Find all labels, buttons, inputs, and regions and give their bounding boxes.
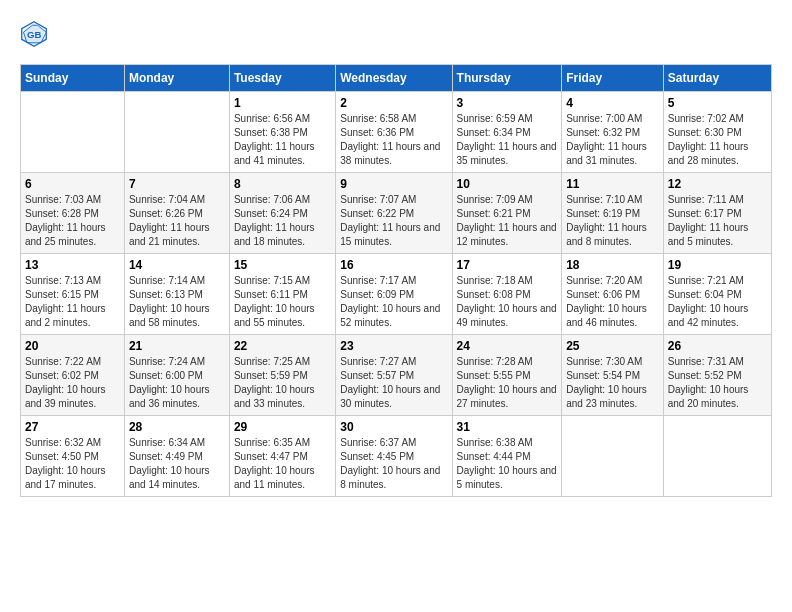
day-number: 6 [25,177,120,191]
day-cell: 28Sunrise: 6:34 AM Sunset: 4:49 PM Dayli… [124,416,229,497]
day-cell [562,416,664,497]
day-cell: 12Sunrise: 7:11 AM Sunset: 6:17 PM Dayli… [663,173,771,254]
day-cell [21,92,125,173]
day-cell: 3Sunrise: 6:59 AM Sunset: 6:34 PM Daylig… [452,92,562,173]
day-cell: 20Sunrise: 7:22 AM Sunset: 6:02 PM Dayli… [21,335,125,416]
day-number: 28 [129,420,225,434]
day-cell: 21Sunrise: 7:24 AM Sunset: 6:00 PM Dayli… [124,335,229,416]
day-cell: 4Sunrise: 7:00 AM Sunset: 6:32 PM Daylig… [562,92,664,173]
day-number: 9 [340,177,447,191]
day-info: Sunrise: 6:38 AM Sunset: 4:44 PM Dayligh… [457,436,558,492]
day-info: Sunrise: 6:32 AM Sunset: 4:50 PM Dayligh… [25,436,120,492]
day-number: 12 [668,177,767,191]
day-cell: 11Sunrise: 7:10 AM Sunset: 6:19 PM Dayli… [562,173,664,254]
day-number: 15 [234,258,331,272]
logo-icon: GB [20,20,48,48]
day-info: Sunrise: 7:09 AM Sunset: 6:21 PM Dayligh… [457,193,558,249]
day-cell [124,92,229,173]
day-info: Sunrise: 7:07 AM Sunset: 6:22 PM Dayligh… [340,193,447,249]
day-number: 5 [668,96,767,110]
day-cell: 19Sunrise: 7:21 AM Sunset: 6:04 PM Dayli… [663,254,771,335]
day-number: 30 [340,420,447,434]
day-cell: 25Sunrise: 7:30 AM Sunset: 5:54 PM Dayli… [562,335,664,416]
day-info: Sunrise: 7:28 AM Sunset: 5:55 PM Dayligh… [457,355,558,411]
day-cell: 23Sunrise: 7:27 AM Sunset: 5:57 PM Dayli… [336,335,452,416]
day-number: 27 [25,420,120,434]
day-info: Sunrise: 7:30 AM Sunset: 5:54 PM Dayligh… [566,355,659,411]
day-number: 17 [457,258,558,272]
day-cell: 18Sunrise: 7:20 AM Sunset: 6:06 PM Dayli… [562,254,664,335]
calendar-body: 1Sunrise: 6:56 AM Sunset: 6:38 PM Daylig… [21,92,772,497]
day-info: Sunrise: 6:56 AM Sunset: 6:38 PM Dayligh… [234,112,331,168]
day-number: 7 [129,177,225,191]
day-info: Sunrise: 7:22 AM Sunset: 6:02 PM Dayligh… [25,355,120,411]
day-number: 16 [340,258,447,272]
day-info: Sunrise: 7:17 AM Sunset: 6:09 PM Dayligh… [340,274,447,330]
header-friday: Friday [562,65,664,92]
week-row: 20Sunrise: 7:22 AM Sunset: 6:02 PM Dayli… [21,335,772,416]
day-number: 29 [234,420,331,434]
day-cell: 1Sunrise: 6:56 AM Sunset: 6:38 PM Daylig… [229,92,335,173]
day-info: Sunrise: 7:15 AM Sunset: 6:11 PM Dayligh… [234,274,331,330]
header-row: SundayMondayTuesdayWednesdayThursdayFrid… [21,65,772,92]
day-number: 1 [234,96,331,110]
day-cell: 8Sunrise: 7:06 AM Sunset: 6:24 PM Daylig… [229,173,335,254]
day-cell: 26Sunrise: 7:31 AM Sunset: 5:52 PM Dayli… [663,335,771,416]
day-cell: 13Sunrise: 7:13 AM Sunset: 6:15 PM Dayli… [21,254,125,335]
day-number: 3 [457,96,558,110]
day-number: 20 [25,339,120,353]
header-monday: Monday [124,65,229,92]
day-info: Sunrise: 7:27 AM Sunset: 5:57 PM Dayligh… [340,355,447,411]
day-cell: 10Sunrise: 7:09 AM Sunset: 6:21 PM Dayli… [452,173,562,254]
day-info: Sunrise: 7:25 AM Sunset: 5:59 PM Dayligh… [234,355,331,411]
day-cell: 15Sunrise: 7:15 AM Sunset: 6:11 PM Dayli… [229,254,335,335]
day-cell [663,416,771,497]
day-info: Sunrise: 7:00 AM Sunset: 6:32 PM Dayligh… [566,112,659,168]
day-info: Sunrise: 7:20 AM Sunset: 6:06 PM Dayligh… [566,274,659,330]
header-tuesday: Tuesday [229,65,335,92]
day-number: 31 [457,420,558,434]
day-info: Sunrise: 7:21 AM Sunset: 6:04 PM Dayligh… [668,274,767,330]
calendar-header: SundayMondayTuesdayWednesdayThursdayFrid… [21,65,772,92]
day-info: Sunrise: 7:31 AM Sunset: 5:52 PM Dayligh… [668,355,767,411]
day-number: 8 [234,177,331,191]
week-row: 27Sunrise: 6:32 AM Sunset: 4:50 PM Dayli… [21,416,772,497]
day-number: 24 [457,339,558,353]
header-sunday: Sunday [21,65,125,92]
day-info: Sunrise: 6:34 AM Sunset: 4:49 PM Dayligh… [129,436,225,492]
day-number: 23 [340,339,447,353]
day-number: 19 [668,258,767,272]
week-row: 1Sunrise: 6:56 AM Sunset: 6:38 PM Daylig… [21,92,772,173]
day-cell: 27Sunrise: 6:32 AM Sunset: 4:50 PM Dayli… [21,416,125,497]
day-number: 13 [25,258,120,272]
day-cell: 17Sunrise: 7:18 AM Sunset: 6:08 PM Dayli… [452,254,562,335]
day-cell: 31Sunrise: 6:38 AM Sunset: 4:44 PM Dayli… [452,416,562,497]
day-cell: 5Sunrise: 7:02 AM Sunset: 6:30 PM Daylig… [663,92,771,173]
day-info: Sunrise: 7:18 AM Sunset: 6:08 PM Dayligh… [457,274,558,330]
header-wednesday: Wednesday [336,65,452,92]
day-info: Sunrise: 7:13 AM Sunset: 6:15 PM Dayligh… [25,274,120,330]
week-row: 13Sunrise: 7:13 AM Sunset: 6:15 PM Dayli… [21,254,772,335]
day-info: Sunrise: 6:37 AM Sunset: 4:45 PM Dayligh… [340,436,447,492]
day-number: 22 [234,339,331,353]
day-number: 10 [457,177,558,191]
day-number: 26 [668,339,767,353]
day-info: Sunrise: 7:14 AM Sunset: 6:13 PM Dayligh… [129,274,225,330]
day-cell: 7Sunrise: 7:04 AM Sunset: 6:26 PM Daylig… [124,173,229,254]
day-cell: 14Sunrise: 7:14 AM Sunset: 6:13 PM Dayli… [124,254,229,335]
day-number: 2 [340,96,447,110]
day-cell: 30Sunrise: 6:37 AM Sunset: 4:45 PM Dayli… [336,416,452,497]
day-info: Sunrise: 7:11 AM Sunset: 6:17 PM Dayligh… [668,193,767,249]
day-info: Sunrise: 6:35 AM Sunset: 4:47 PM Dayligh… [234,436,331,492]
day-info: Sunrise: 7:24 AM Sunset: 6:00 PM Dayligh… [129,355,225,411]
day-number: 18 [566,258,659,272]
day-cell: 2Sunrise: 6:58 AM Sunset: 6:36 PM Daylig… [336,92,452,173]
day-cell: 29Sunrise: 6:35 AM Sunset: 4:47 PM Dayli… [229,416,335,497]
day-number: 4 [566,96,659,110]
day-number: 11 [566,177,659,191]
day-info: Sunrise: 7:06 AM Sunset: 6:24 PM Dayligh… [234,193,331,249]
header-saturday: Saturday [663,65,771,92]
day-number: 14 [129,258,225,272]
week-row: 6Sunrise: 7:03 AM Sunset: 6:28 PM Daylig… [21,173,772,254]
header-thursday: Thursday [452,65,562,92]
